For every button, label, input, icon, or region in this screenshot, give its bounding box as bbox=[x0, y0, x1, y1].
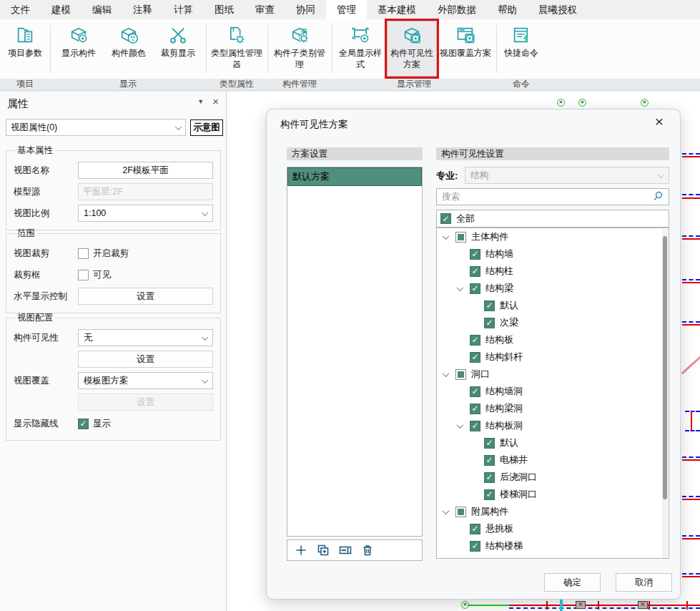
scrollbar-thumb[interactable] bbox=[663, 236, 667, 499]
checkbox-checked-icon[interactable]: ✓ bbox=[484, 472, 495, 483]
menu-tab-9[interactable]: 基本建模 bbox=[367, 0, 427, 19]
checkbox-unchecked-icon[interactable] bbox=[78, 270, 89, 280]
ribbon-button-component-color[interactable]: 构件颜色 bbox=[105, 21, 152, 77]
panel-close-icon[interactable]: × bbox=[212, 98, 219, 105]
checkbox-partial-icon[interactable] bbox=[455, 369, 466, 380]
dropdown-select[interactable]: 模板图方案 bbox=[78, 372, 213, 389]
dropdown-select[interactable]: 1:100 bbox=[78, 205, 213, 222]
checkbox-checked-icon[interactable]: ✓ bbox=[470, 352, 480, 363]
tree-item[interactable]: ✓结构楼梯 bbox=[437, 537, 669, 554]
checkbox-field[interactable]: 开启裁剪 bbox=[78, 248, 129, 260]
settings-button[interactable]: 设置 bbox=[78, 288, 213, 305]
tree-item[interactable]: ✓默认 bbox=[437, 434, 669, 451]
tree-item[interactable]: ✓悬挑板 bbox=[437, 520, 669, 537]
tree-expander-icon[interactable] bbox=[440, 372, 450, 377]
tree-item[interactable]: ✓结构板 bbox=[437, 331, 669, 348]
tree-item[interactable]: ✓集水坑 bbox=[437, 554, 669, 559]
ribbon-button-global-style[interactable]: 全局显示样式 bbox=[335, 21, 385, 77]
checkbox-checked-icon[interactable]: ✓ bbox=[484, 300, 495, 311]
tree-item[interactable]: ✓电梯井 bbox=[437, 451, 669, 469]
checkbox-checked-icon[interactable]: ✓ bbox=[440, 213, 451, 224]
add-scheme-icon[interactable] bbox=[295, 544, 307, 557]
delete-scheme-icon[interactable] bbox=[361, 544, 374, 557]
tree-item[interactable]: 洞口 bbox=[437, 366, 669, 383]
tree-item-all[interactable]: ✓ 全部 bbox=[436, 210, 669, 228]
tree-item[interactable]: ✓结构板洞 bbox=[437, 417, 669, 434]
tree-expander-icon[interactable] bbox=[455, 424, 465, 429]
settings-button[interactable]: 设置 bbox=[78, 351, 213, 368]
tree-item[interactable]: ✓结构柱 bbox=[437, 263, 669, 280]
ribbon-button-quick-command[interactable]: 快捷命令 bbox=[500, 21, 543, 77]
menu-tab-1[interactable]: 建模 bbox=[41, 0, 82, 19]
ribbon-button-crop-display[interactable]: 裁剪显示 bbox=[154, 21, 202, 77]
ok-button[interactable]: 确定 bbox=[544, 573, 601, 592]
view-properties-select[interactable]: 视图属性(0) bbox=[6, 119, 186, 136]
tree-item[interactable]: ✓楼梯洞口 bbox=[437, 486, 669, 503]
dialog-close-icon[interactable]: × bbox=[650, 112, 669, 131]
menu-tab-0[interactable]: 文件 bbox=[0, 0, 41, 19]
panel-collapse-icon[interactable]: ▼ bbox=[197, 98, 204, 105]
checkbox-checked-icon[interactable]: ✓ bbox=[484, 455, 495, 466]
tree-expander-icon[interactable] bbox=[440, 509, 450, 514]
tree-item[interactable]: ✓结构墙 bbox=[437, 245, 669, 263]
copy-scheme-icon[interactable] bbox=[317, 544, 330, 557]
search-input[interactable]: 搜索 bbox=[436, 188, 669, 205]
tree-item[interactable]: ✓次梁 bbox=[437, 314, 669, 331]
tree-item[interactable]: 附属构件 bbox=[437, 503, 669, 520]
menu-tab-6[interactable]: 审查 bbox=[245, 0, 285, 19]
checkbox-checked-icon[interactable]: ✓ bbox=[470, 266, 480, 277]
checkbox-checked-icon[interactable]: ✓ bbox=[470, 524, 480, 534]
menu-tab-3[interactable]: 注释 bbox=[122, 0, 163, 19]
ribbon-button-show-component[interactable]: 显示构件 bbox=[54, 21, 104, 77]
checkbox-checked-icon[interactable]: ✓ bbox=[470, 404, 480, 414]
tree-item[interactable]: ✓默认 bbox=[437, 297, 669, 314]
tree-expander-icon[interactable] bbox=[455, 286, 465, 291]
menu-tab-4[interactable]: 计算 bbox=[163, 0, 204, 19]
checkbox-checked-icon[interactable]: ✓ bbox=[78, 419, 89, 429]
text-input[interactable]: 2F模板平面 bbox=[78, 162, 213, 179]
tree-item[interactable]: ✓结构梁洞 bbox=[437, 400, 669, 417]
checkbox-checked-icon[interactable]: ✓ bbox=[470, 335, 480, 346]
ribbon-button-view-override[interactable]: 视图覆盖方案 bbox=[438, 21, 493, 77]
tree-item[interactable]: ✓后浇洞口 bbox=[437, 469, 669, 486]
checkbox-field[interactable]: ✓显示 bbox=[78, 418, 111, 430]
checkbox-checked-icon[interactable]: ✓ bbox=[484, 489, 495, 500]
tree-item[interactable]: ✓结构斜杆 bbox=[437, 348, 669, 366]
global-style-icon bbox=[350, 24, 371, 46]
ribbon-button-subcategory-manage[interactable]: 构件子类别管理 bbox=[271, 21, 328, 77]
checkbox-checked-icon[interactable]: ✓ bbox=[470, 249, 480, 260]
menu-tab-5[interactable]: 图纸 bbox=[204, 0, 245, 19]
menu-tab-8[interactable]: 管理 bbox=[326, 0, 367, 19]
menu-tab-2[interactable]: 编辑 bbox=[82, 0, 122, 19]
tree-expander-icon[interactable] bbox=[440, 235, 450, 240]
tree-item[interactable]: 主体构件 bbox=[437, 228, 669, 245]
schematic-button[interactable]: 示意图 bbox=[190, 119, 223, 136]
checkbox-partial-icon[interactable] bbox=[455, 232, 466, 243]
checkbox-checked-icon[interactable]: ✓ bbox=[470, 558, 480, 559]
menu-tab-12[interactable]: 晨曦授权 bbox=[528, 0, 588, 19]
profession-select[interactable]: 结构 bbox=[465, 167, 669, 184]
checkbox-checked-icon[interactable]: ✓ bbox=[470, 421, 480, 431]
tree-item[interactable]: ✓结构墙洞 bbox=[437, 383, 669, 400]
tree-item[interactable]: ✓结构梁 bbox=[437, 280, 669, 297]
checkbox-field[interactable]: 可见 bbox=[78, 269, 111, 281]
scrollbar-track[interactable] bbox=[662, 229, 668, 559]
menu-tab-10[interactable]: 外部数据 bbox=[427, 0, 487, 19]
cancel-button[interactable]: 取消 bbox=[616, 573, 672, 592]
ribbon-button-type-props[interactable]: 类型属性管理器 bbox=[209, 21, 264, 77]
subcategory-manage-icon bbox=[289, 24, 310, 46]
checkbox-partial-icon[interactable] bbox=[455, 507, 466, 517]
rename-scheme-icon[interactable] bbox=[339, 544, 352, 557]
checkbox-checked-icon[interactable]: ✓ bbox=[470, 386, 480, 397]
checkbox-checked-icon[interactable]: ✓ bbox=[470, 283, 480, 294]
ribbon-button-visibility-scheme[interactable]: 构件可见性方案 bbox=[387, 21, 437, 77]
checkbox-unchecked-icon[interactable] bbox=[78, 248, 89, 259]
checkbox-checked-icon[interactable]: ✓ bbox=[484, 438, 495, 449]
menu-tab-7[interactable]: 协同 bbox=[285, 0, 326, 19]
checkbox-checked-icon[interactable]: ✓ bbox=[484, 318, 495, 328]
dropdown-select[interactable]: 无 bbox=[78, 329, 213, 346]
scheme-list-item[interactable]: 默认方案 bbox=[287, 167, 422, 186]
menu-tab-11[interactable]: 帮助 bbox=[487, 0, 528, 19]
ribbon-button-project-params[interactable]: 项目参数 bbox=[4, 21, 46, 77]
checkbox-checked-icon[interactable]: ✓ bbox=[470, 541, 480, 552]
